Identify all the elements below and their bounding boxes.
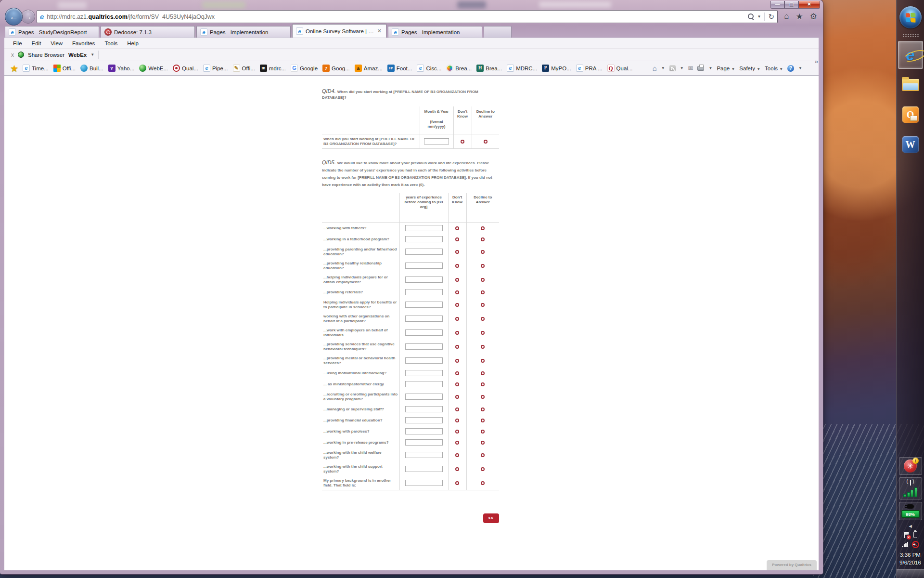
show-hidden-icons-button[interactable]: ◀: [909, 524, 911, 528]
years-input[interactable]: [405, 225, 443, 231]
favorite-item[interactable]: ePipe...: [201, 65, 231, 72]
favorite-item[interactable]: Brea...: [444, 65, 474, 72]
decline-radio[interactable]: [481, 290, 485, 294]
years-input[interactable]: [405, 249, 443, 255]
favorite-item[interactable]: GGoogle: [288, 65, 320, 72]
show-desktop-button[interactable]: [897, 569, 924, 578]
search-dropdown-caret[interactable]: ▼: [757, 14, 761, 19]
years-input[interactable]: [405, 236, 443, 242]
years-input[interactable]: [405, 452, 443, 458]
back-button[interactable]: ←: [5, 8, 23, 26]
favorite-item[interactable]: ✎Offi...: [231, 65, 257, 72]
dont-know-radio[interactable]: [455, 317, 459, 321]
favorite-item[interactable]: PMyPO...: [539, 65, 574, 72]
tray-notification-app[interactable]: !: [899, 457, 922, 475]
read-mail-icon[interactable]: ✉: [688, 65, 693, 72]
home-icon[interactable]: ⌂: [784, 12, 789, 22]
decline-radio[interactable]: [481, 467, 485, 471]
decline-radio[interactable]: [481, 317, 485, 321]
close-button[interactable]: ✕: [798, 1, 820, 9]
years-input[interactable]: [405, 329, 443, 336]
dont-know-radio[interactable]: [455, 278, 459, 282]
taskbar-windows-explorer[interactable]: [898, 71, 923, 99]
favorite-item[interactable]: QQual...: [605, 65, 635, 72]
tray-power[interactable]: 98%: [899, 502, 922, 520]
home-caret-icon[interactable]: ▼: [661, 66, 665, 70]
years-input[interactable]: [405, 406, 443, 412]
qid4-dont-know-radio[interactable]: [461, 140, 464, 144]
years-input[interactable]: [405, 370, 443, 376]
years-input[interactable]: [405, 381, 443, 387]
favorite-item[interactable]: YYaho...: [106, 65, 137, 72]
favorite-item[interactable]: HBrea...: [474, 65, 504, 72]
share-browser-button[interactable]: Share Browser: [28, 52, 64, 58]
favorite-item[interactable]: FPFoot...: [385, 65, 415, 72]
favorite-item[interactable]: mmdrc...: [257, 65, 288, 72]
dont-know-radio[interactable]: [455, 419, 459, 422]
menu-favorites[interactable]: Favorites: [67, 40, 100, 46]
dont-know-radio[interactable]: [455, 250, 459, 254]
favorite-item[interactable]: 7Goog...: [320, 65, 352, 72]
decline-radio[interactable]: [481, 303, 485, 307]
years-input[interactable]: [405, 428, 443, 434]
decline-radio[interactable]: [481, 359, 485, 363]
decline-radio[interactable]: [481, 226, 485, 230]
tab-close-icon[interactable]: ✕: [376, 28, 383, 34]
settings-gear-icon[interactable]: ⚙: [810, 12, 817, 22]
next-button[interactable]: >>: [483, 513, 499, 523]
browser-tab[interactable]: eOnline Survey Software | Qu...✕: [292, 24, 386, 38]
address-bar[interactable]: e http://mdrc.az1.qualtrics.com/jfe/form…: [37, 10, 778, 23]
decline-radio[interactable]: [481, 407, 485, 411]
rss-caret-icon[interactable]: ▼: [680, 66, 684, 70]
decline-radio[interactable]: [481, 382, 485, 386]
safety-menu[interactable]: Safety ▼: [739, 66, 760, 71]
dont-know-radio[interactable]: [455, 331, 459, 335]
dont-know-radio[interactable]: [455, 430, 459, 434]
minimize-button[interactable]: —: [770, 1, 784, 9]
help-icon[interactable]: ?: [787, 65, 794, 72]
qid4-decline-radio[interactable]: [484, 140, 488, 144]
favorite-item[interactable]: WebE...: [137, 65, 170, 72]
new-tab-stub[interactable]: [484, 26, 512, 38]
favorite-item[interactable]: Buil...: [78, 65, 106, 72]
dont-know-radio[interactable]: [455, 467, 459, 471]
dont-know-radio[interactable]: [455, 345, 459, 349]
toolbar-overflow-chevron[interactable]: »: [815, 58, 818, 65]
years-input[interactable]: [405, 302, 443, 308]
decline-radio[interactable]: [481, 441, 485, 445]
years-input[interactable]: [405, 315, 443, 322]
years-input[interactable]: [405, 263, 443, 269]
dont-know-radio[interactable]: [455, 382, 459, 386]
favorite-item[interactable]: aAmaz...: [352, 65, 385, 72]
browser-tab[interactable]: ePages - Implementation: [388, 26, 482, 38]
decline-radio[interactable]: [481, 371, 485, 375]
years-input[interactable]: [405, 276, 443, 283]
help-caret-icon[interactable]: ▼: [798, 66, 802, 70]
taskbar-clock[interactable]: 3:36 PM 9/6/2016: [899, 551, 921, 566]
years-input[interactable]: [405, 439, 443, 446]
dont-know-radio[interactable]: [455, 226, 459, 230]
start-button[interactable]: [899, 6, 922, 28]
tray-wireless-meter[interactable]: [899, 477, 922, 499]
battery-small-icon[interactable]: [913, 531, 917, 538]
decline-radio[interactable]: [481, 430, 485, 434]
print-caret-icon[interactable]: ▼: [708, 66, 712, 70]
years-input[interactable]: [405, 357, 443, 364]
decline-radio[interactable]: [481, 331, 485, 335]
taskbar-word[interactable]: W: [898, 131, 923, 158]
webex-menu[interactable]: WebEx: [68, 52, 87, 58]
menu-help[interactable]: Help: [122, 40, 143, 46]
decline-radio[interactable]: [481, 250, 485, 254]
add-favorite-button[interactable]: ★: [8, 65, 20, 72]
menu-tools[interactable]: Tools: [100, 40, 122, 46]
search-icon[interactable]: [748, 13, 754, 20]
favorite-item[interactable]: eCisc...: [414, 65, 444, 72]
month-year-input[interactable]: [424, 138, 449, 144]
rss-feed-icon[interactable]: [669, 65, 676, 71]
menu-file[interactable]: File: [8, 40, 27, 46]
favorite-item[interactable]: Offi...: [51, 65, 78, 72]
volume-muted-icon[interactable]: [912, 541, 919, 548]
years-input[interactable]: [405, 417, 443, 423]
forward-button[interactable]: →: [21, 10, 35, 24]
home-small-icon[interactable]: ⌂: [653, 64, 657, 72]
